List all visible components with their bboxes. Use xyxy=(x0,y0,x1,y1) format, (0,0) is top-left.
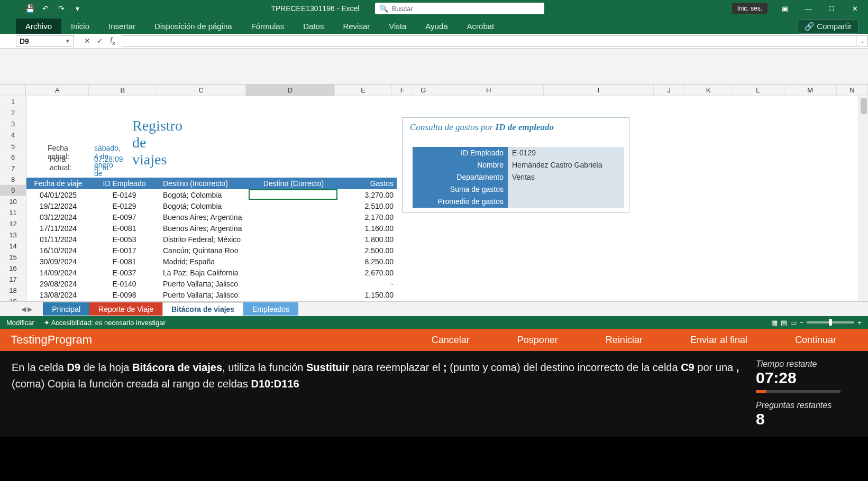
minimize-icon[interactable]: — xyxy=(797,1,819,16)
table-row[interactable]: 04/01/2025E-0149Bogotá; Colombia3,270.00 xyxy=(26,189,397,200)
cell-fecha[interactable]: 13/08/2024 xyxy=(26,291,90,299)
search-box[interactable]: 🔍 xyxy=(375,3,544,14)
cell-id[interactable]: E-0140 xyxy=(90,280,159,288)
row-header[interactable]: 1 xyxy=(0,96,26,107)
col-header[interactable]: K xyxy=(685,85,732,96)
sheet-nav[interactable]: ◀ ▶ xyxy=(21,306,43,313)
table-row[interactable]: 29/08/2024E-0140Puerto Vallarta; Jalisco… xyxy=(26,278,397,289)
cell-id[interactable]: E-0053 xyxy=(90,235,159,244)
col-header[interactable]: B xyxy=(89,85,157,96)
search-input[interactable] xyxy=(391,5,540,13)
col-header[interactable]: L xyxy=(732,85,784,96)
tab-datos[interactable]: Datos xyxy=(294,18,333,34)
tab-ayuda[interactable]: Ayuda xyxy=(416,18,457,34)
table-row[interactable]: 01/11/2024E-0053Distrito Federal; México… xyxy=(26,234,397,245)
tp-reiniciar[interactable]: Reiniciar xyxy=(606,335,643,346)
row-header[interactable]: 2 xyxy=(0,107,26,118)
cell-id[interactable]: E-0097 xyxy=(90,213,159,221)
cell-fecha[interactable]: 17/11/2024 xyxy=(26,224,90,233)
col-header[interactable]: H xyxy=(434,85,544,96)
row-header[interactable]: 9 xyxy=(0,185,26,196)
tab-vista[interactable]: Vista xyxy=(379,18,416,34)
formula-accept-icon[interactable]: ✓ xyxy=(95,36,105,45)
tab-disposicion[interactable]: Disposición de página xyxy=(145,18,242,34)
vscroll-thumb[interactable] xyxy=(861,98,867,114)
row-header[interactable]: 17 xyxy=(0,274,26,285)
row-header[interactable]: 6 xyxy=(0,152,26,163)
cell-dest-inc[interactable]: Madrid; España xyxy=(159,257,249,266)
cell-id[interactable]: E-0017 xyxy=(90,246,159,255)
ribbon-display-icon[interactable]: ▣ xyxy=(774,1,796,16)
cell-fecha[interactable]: 16/10/2024 xyxy=(26,246,90,255)
qat-dropdown-icon[interactable]: ▾ xyxy=(71,2,84,15)
row-header[interactable]: 19 xyxy=(0,296,26,301)
share-button[interactable]: 🔗 Compartir xyxy=(798,19,858,34)
col-header[interactable]: M xyxy=(784,85,837,96)
fx-icon[interactable]: fx xyxy=(108,36,117,46)
cell-fecha[interactable]: 03/12/2024 xyxy=(26,213,90,221)
tab-revisar[interactable]: Revisar xyxy=(333,18,379,34)
tp-enviar[interactable]: Enviar al final xyxy=(690,335,747,346)
row-header[interactable]: 14 xyxy=(0,240,26,252)
vertical-scrollbar[interactable] xyxy=(858,96,868,301)
grid-body[interactable]: Registro de viajes Fecha actual: sábado,… xyxy=(0,96,868,301)
row-header[interactable]: 15 xyxy=(0,252,26,263)
cell-id[interactable]: E-0098 xyxy=(90,291,159,299)
col-header[interactable]: N xyxy=(837,85,868,96)
formula-expand-icon[interactable]: ⌄ xyxy=(856,35,868,47)
col-header[interactable]: D xyxy=(246,85,335,96)
row-header[interactable]: 3 xyxy=(0,118,26,130)
cell-gastos[interactable]: 8,250.00 xyxy=(339,257,397,266)
cell-id[interactable]: E-0081 xyxy=(90,224,159,233)
name-box[interactable]: D9 ▼ xyxy=(16,35,74,47)
formula-input[interactable] xyxy=(122,35,856,47)
lookup-value[interactable] xyxy=(508,196,624,208)
save-icon[interactable]: 💾 xyxy=(23,2,36,15)
worksheet[interactable]: A B C D E F G H I J K L M N Registro de … xyxy=(0,85,868,301)
row-header[interactable]: 10 xyxy=(0,196,26,207)
cell-dest-inc[interactable]: Bogotá; Colombia xyxy=(159,202,249,210)
col-header[interactable]: G xyxy=(413,85,434,96)
row-header[interactable]: 16 xyxy=(0,263,26,274)
table-row[interactable]: 30/09/2024E-0081Madrid; España8,250.00 xyxy=(26,256,397,267)
cell-fecha[interactable]: 01/11/2024 xyxy=(26,235,90,244)
cell-gastos[interactable]: 2,500.00 xyxy=(339,246,397,255)
cell-gastos[interactable]: 1,800.00 xyxy=(339,235,397,244)
zoom-out-icon[interactable]: − xyxy=(800,319,804,327)
col-header[interactable]: J xyxy=(654,85,685,96)
col-header[interactable]: E xyxy=(335,85,392,96)
row-header[interactable]: 11 xyxy=(0,207,26,218)
view-pagebreak-icon[interactable]: ▭ xyxy=(790,319,797,327)
row-header[interactable]: 18 xyxy=(0,285,26,296)
sign-in-button[interactable]: Inic. ses. xyxy=(732,3,768,14)
row-header[interactable]: 5 xyxy=(0,141,26,152)
cell-fecha[interactable]: 30/09/2024 xyxy=(26,257,90,266)
redo-icon[interactable]: ↷ xyxy=(55,2,68,15)
formula-cancel-icon[interactable]: ✕ xyxy=(83,36,92,45)
zoom-in-icon[interactable]: + xyxy=(857,319,862,327)
table-row[interactable]: 13/08/2024E-0098Puerto Vallarta; Jalisco… xyxy=(26,289,397,300)
cell-fecha[interactable]: 04/01/2025 xyxy=(26,191,90,199)
sheet-tab-empleados[interactable]: Empleados xyxy=(243,302,298,316)
lookup-value[interactable] xyxy=(508,183,624,196)
row-header[interactable]: 13 xyxy=(0,229,26,240)
table-row[interactable]: 16/10/2024E-0017Cancún; Quintana Roo2,50… xyxy=(26,245,397,256)
tab-formulas[interactable]: Fórmulas xyxy=(242,18,294,34)
cell-dest-inc[interactable]: Buenos Aires; Argentina xyxy=(159,224,249,233)
cell-gastos[interactable]: - xyxy=(339,280,397,288)
lookup-value[interactable]: E-0129 xyxy=(508,147,624,159)
cell-gastos[interactable]: 2,510.00 xyxy=(339,202,397,210)
undo-icon[interactable]: ↶ xyxy=(39,2,52,15)
tp-continuar[interactable]: Continuar xyxy=(795,335,836,346)
tab-acrobat[interactable]: Acrobat xyxy=(458,18,504,34)
select-all-corner[interactable] xyxy=(0,85,26,96)
cell-dest-inc[interactable]: Bogotá; Colombia xyxy=(159,191,249,199)
col-header[interactable]: I xyxy=(544,85,654,96)
col-header[interactable]: A xyxy=(26,85,89,96)
cell-id[interactable]: E-0129 xyxy=(90,202,159,210)
cell-dest-inc[interactable]: Distrito Federal; México xyxy=(159,235,249,244)
cell-gastos[interactable]: 3,270.00 xyxy=(339,191,397,199)
cell-gastos[interactable]: 2,670.00 xyxy=(339,269,397,277)
cell-dest-inc[interactable]: Buenos Aires; Argentina xyxy=(159,213,249,221)
sheet-tab-bitacora[interactable]: Bitácora de viajes xyxy=(162,302,243,316)
